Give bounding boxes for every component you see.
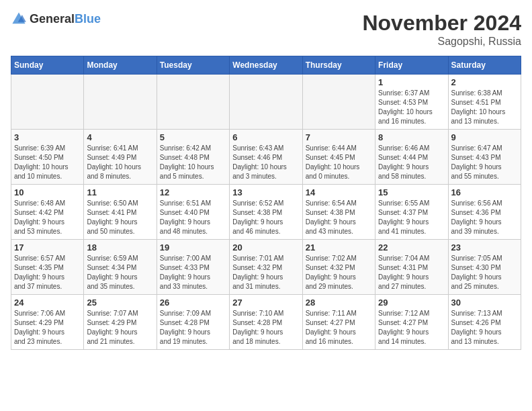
day-info: Sunrise: 7:06 AM Sunset: 4:29 PM Dayligh… [14,309,81,347]
calendar-cell [11,75,84,130]
day-number: 23 [451,242,518,253]
day-info: Sunrise: 7:13 AM Sunset: 4:26 PM Dayligh… [451,309,518,347]
month-title: November 2024 [362,11,521,36]
calendar-cell: 22Sunrise: 7:04 AM Sunset: 4:31 PM Dayli… [375,240,448,295]
calendar-cell: 16Sunrise: 6:56 AM Sunset: 4:36 PM Dayli… [448,185,521,240]
calendar-cell: 2Sunrise: 6:38 AM Sunset: 4:51 PM Daylig… [448,75,521,130]
logo-text: GeneralBlue [30,13,101,26]
header: GeneralBlue November 2024 Sagopshi, Russ… [11,11,521,48]
calendar-cell [157,75,229,130]
day-info: Sunrise: 6:59 AM Sunset: 4:34 PM Dayligh… [87,254,153,291]
day-number: 24 [14,298,81,308]
day-number: 11 [87,187,153,197]
logo: GeneralBlue [11,11,101,27]
day-info: Sunrise: 7:12 AM Sunset: 4:27 PM Dayligh… [378,309,445,347]
logo-general: General [30,12,75,26]
calendar-cell: 11Sunrise: 6:50 AM Sunset: 4:41 PM Dayli… [84,185,157,240]
calendar-cell: 29Sunrise: 7:12 AM Sunset: 4:27 PM Dayli… [375,295,448,350]
day-info: Sunrise: 6:50 AM Sunset: 4:41 PM Dayligh… [87,199,153,236]
calendar-cell: 26Sunrise: 7:09 AM Sunset: 4:28 PM Dayli… [157,295,229,350]
calendar-cell: 30Sunrise: 7:13 AM Sunset: 4:26 PM Dayli… [448,295,521,350]
day-info: Sunrise: 7:10 AM Sunset: 4:28 PM Dayligh… [232,309,299,347]
calendar-cell: 18Sunrise: 6:59 AM Sunset: 4:34 PM Dayli… [84,240,157,295]
title-section: November 2024 Sagopshi, Russia [362,11,521,48]
column-header-tuesday: Tuesday [157,56,229,75]
calendar-cell: 7Sunrise: 6:44 AM Sunset: 4:45 PM Daylig… [302,130,375,185]
calendar-cell [230,75,302,130]
day-number: 6 [232,132,299,142]
day-info: Sunrise: 6:52 AM Sunset: 4:38 PM Dayligh… [232,199,299,236]
day-info: Sunrise: 6:48 AM Sunset: 4:42 PM Dayligh… [14,199,81,236]
day-number: 12 [160,187,226,197]
day-info: Sunrise: 6:51 AM Sunset: 4:40 PM Dayligh… [160,199,226,236]
calendar-cell: 27Sunrise: 7:10 AM Sunset: 4:28 PM Dayli… [230,295,302,350]
day-info: Sunrise: 6:37 AM Sunset: 4:53 PM Dayligh… [378,89,445,126]
calendar-cell: 15Sunrise: 6:55 AM Sunset: 4:37 PM Dayli… [375,185,448,240]
day-number: 13 [232,187,299,197]
calendar-week-3: 10Sunrise: 6:48 AM Sunset: 4:42 PM Dayli… [11,185,521,240]
day-number: 9 [451,132,518,142]
calendar-week-2: 3Sunrise: 6:39 AM Sunset: 4:50 PM Daylig… [11,130,521,185]
calendar-cell: 13Sunrise: 6:52 AM Sunset: 4:38 PM Dayli… [230,185,302,240]
day-info: Sunrise: 7:07 AM Sunset: 4:29 PM Dayligh… [87,309,153,347]
calendar-cell: 10Sunrise: 6:48 AM Sunset: 4:42 PM Dayli… [11,185,84,240]
calendar-cell: 1Sunrise: 6:37 AM Sunset: 4:53 PM Daylig… [375,75,448,130]
day-info: Sunrise: 6:54 AM Sunset: 4:38 PM Dayligh… [306,199,372,236]
calendar-cell: 23Sunrise: 7:05 AM Sunset: 4:30 PM Dayli… [448,240,521,295]
generalblue-icon [11,11,27,27]
calendar-header-row: SundayMondayTuesdayWednesdayThursdayFrid… [11,56,521,75]
calendar-cell: 19Sunrise: 7:00 AM Sunset: 4:33 PM Dayli… [157,240,229,295]
calendar-cell: 25Sunrise: 7:07 AM Sunset: 4:29 PM Dayli… [84,295,157,350]
day-number: 25 [87,298,153,308]
day-info: Sunrise: 6:41 AM Sunset: 4:49 PM Dayligh… [87,144,153,181]
day-number: 2 [451,77,518,87]
day-number: 30 [451,298,518,308]
day-info: Sunrise: 6:43 AM Sunset: 4:46 PM Dayligh… [232,144,299,181]
calendar-cell [84,75,157,130]
day-number: 8 [378,132,445,142]
day-number: 3 [14,132,81,142]
day-number: 14 [306,187,372,197]
day-info: Sunrise: 7:02 AM Sunset: 4:32 PM Dayligh… [306,254,372,291]
column-header-wednesday: Wednesday [230,56,302,75]
day-info: Sunrise: 6:38 AM Sunset: 4:51 PM Dayligh… [451,89,518,126]
day-number: 5 [160,132,226,142]
day-number: 7 [306,132,372,142]
day-number: 10 [14,187,81,197]
day-number: 18 [87,242,153,253]
calendar-week-4: 17Sunrise: 6:57 AM Sunset: 4:35 PM Dayli… [11,240,521,295]
day-number: 29 [378,298,445,308]
day-number: 21 [306,242,372,253]
day-number: 17 [14,242,81,253]
column-header-sunday: Sunday [11,56,84,75]
column-header-thursday: Thursday [302,56,375,75]
column-header-monday: Monday [84,56,157,75]
calendar-cell: 6Sunrise: 6:43 AM Sunset: 4:46 PM Daylig… [230,130,302,185]
calendar-week-1: 1Sunrise: 6:37 AM Sunset: 4:53 PM Daylig… [11,75,521,130]
day-info: Sunrise: 6:47 AM Sunset: 4:43 PM Dayligh… [451,144,518,181]
day-info: Sunrise: 7:11 AM Sunset: 4:27 PM Dayligh… [306,309,372,347]
day-number: 1 [378,77,445,87]
calendar-cell: 24Sunrise: 7:06 AM Sunset: 4:29 PM Dayli… [11,295,84,350]
calendar-cell: 12Sunrise: 6:51 AM Sunset: 4:40 PM Dayli… [157,185,229,240]
day-number: 20 [232,242,299,253]
calendar-week-5: 24Sunrise: 7:06 AM Sunset: 4:29 PM Dayli… [11,295,521,350]
day-info: Sunrise: 6:55 AM Sunset: 4:37 PM Dayligh… [378,199,445,236]
day-number: 4 [87,132,153,142]
calendar-cell: 28Sunrise: 7:11 AM Sunset: 4:27 PM Dayli… [302,295,375,350]
day-number: 26 [160,298,226,308]
calendar-cell: 21Sunrise: 7:02 AM Sunset: 4:32 PM Dayli… [302,240,375,295]
calendar-cell: 14Sunrise: 6:54 AM Sunset: 4:38 PM Dayli… [302,185,375,240]
day-info: Sunrise: 7:01 AM Sunset: 4:32 PM Dayligh… [232,254,299,291]
column-header-friday: Friday [375,56,448,75]
day-info: Sunrise: 7:00 AM Sunset: 4:33 PM Dayligh… [160,254,226,291]
calendar-cell: 9Sunrise: 6:47 AM Sunset: 4:43 PM Daylig… [448,130,521,185]
day-info: Sunrise: 7:04 AM Sunset: 4:31 PM Dayligh… [378,254,445,291]
day-info: Sunrise: 6:46 AM Sunset: 4:44 PM Dayligh… [378,144,445,181]
location-title: Sagopshi, Russia [362,36,521,48]
calendar-cell: 20Sunrise: 7:01 AM Sunset: 4:32 PM Dayli… [230,240,302,295]
day-number: 22 [378,242,445,253]
calendar-cell [302,75,375,130]
day-info: Sunrise: 6:39 AM Sunset: 4:50 PM Dayligh… [14,144,81,181]
column-header-saturday: Saturday [448,56,521,75]
